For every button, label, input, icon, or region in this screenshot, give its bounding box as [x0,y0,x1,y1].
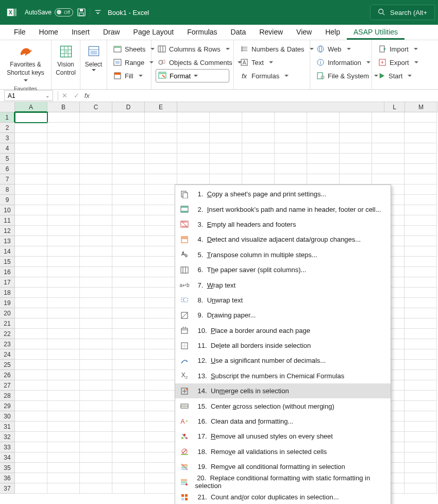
row-header[interactable]: 8 [0,184,15,195]
cell[interactable] [210,174,242,184]
row-header[interactable]: 21 [0,318,15,329]
cell[interactable] [405,123,437,133]
cell[interactable] [80,133,112,143]
menu-item-1[interactable]: 1. Copy a sheet's page and print setting… [175,187,391,201]
cell[interactable] [80,401,112,411]
cell[interactable] [177,174,210,184]
cell[interactable] [275,174,307,184]
cell[interactable] [405,288,437,298]
cell[interactable] [112,184,145,195]
cell[interactable] [112,360,145,370]
columns-rows-button[interactable]: Columns & Rows [156,42,229,56]
row-header[interactable]: 22 [0,329,15,339]
name-box[interactable]: A1 ⌄ [4,90,53,101]
cell[interactable] [307,123,340,133]
cell[interactable] [405,246,437,257]
cell[interactable] [112,215,145,226]
menu-item-11[interactable]: 11. Delete all borders inside selection [175,338,391,353]
cell[interactable] [15,452,47,463]
tab-file[interactable]: File [7,25,32,40]
cell[interactable] [47,226,80,236]
cell[interactable] [47,411,80,422]
cell[interactable] [80,370,112,380]
cell[interactable] [112,257,145,267]
menu-item-14[interactable]: 14. Unmerge cells in selection [175,383,391,398]
cell[interactable] [47,432,80,442]
cell[interactable] [340,123,372,133]
cell[interactable] [405,463,437,473]
cell[interactable] [405,422,437,432]
cell[interactable] [47,298,80,308]
cell[interactable] [340,174,372,184]
cell[interactable] [80,298,112,308]
cell[interactable] [177,112,210,123]
cell[interactable] [47,288,80,298]
menu-item-18[interactable]: 18. Remove all validations in selected c… [175,444,391,459]
cell[interactable] [405,226,437,236]
row-header[interactable]: 20 [0,308,15,318]
cell[interactable] [112,143,145,154]
menu-item-20[interactable]: 20. Replace conditional formatting with … [175,474,391,489]
column-header[interactable]: D [112,102,145,112]
menu-item-7[interactable]: a↵b 7. Wrap text [175,277,391,292]
row-header[interactable]: 11 [0,215,15,226]
cell[interactable] [47,215,80,226]
menu-item-15[interactable]: 15. Center across selection (without mer… [175,398,391,413]
cell[interactable] [15,257,47,267]
cell[interactable] [112,308,145,318]
cell[interactable] [177,164,210,174]
cell[interactable] [112,205,145,215]
cell[interactable] [47,391,80,401]
cell[interactable] [145,483,177,494]
cell[interactable] [145,133,177,143]
cell[interactable] [145,370,177,380]
cell[interactable] [112,452,145,463]
cell[interactable] [15,318,47,329]
cell[interactable] [405,215,437,226]
cell[interactable] [112,123,145,133]
row-header[interactable]: 1 [0,112,15,123]
chevron-down-icon[interactable]: ⌄ [45,93,49,98]
cell[interactable] [47,143,80,154]
cell[interactable] [405,308,437,318]
cell[interactable] [15,380,47,391]
cell[interactable] [47,329,80,339]
cell[interactable] [15,123,47,133]
cell[interactable] [145,226,177,236]
cell[interactable] [15,442,47,452]
column-header[interactable]: B [47,102,80,112]
cell[interactable] [112,473,145,483]
cell[interactable] [112,401,145,411]
cell[interactable] [47,174,80,184]
cell[interactable] [405,370,437,380]
cell[interactable] [405,339,437,349]
column-header[interactable]: L [384,102,405,112]
cell[interactable] [112,112,145,123]
cell[interactable] [80,391,112,401]
cell[interactable] [80,442,112,452]
cell[interactable] [15,112,47,123]
cell[interactable] [112,318,145,329]
cell[interactable] [47,370,80,380]
row-header[interactable]: 27 [0,380,15,391]
cell[interactable] [80,205,112,215]
formula-input[interactable] [93,91,438,101]
row-header[interactable]: 33 [0,442,15,452]
cell[interactable] [112,370,145,380]
menu-item-6[interactable]: 6. The paper saver (split columns)... [175,262,391,277]
cell[interactable] [145,360,177,370]
cell[interactable] [372,112,405,123]
cell[interactable] [340,143,372,154]
cell[interactable] [80,288,112,298]
cell[interactable] [145,174,177,184]
cell[interactable] [47,236,80,246]
column-header[interactable]: E [145,102,177,112]
cell[interactable] [47,308,80,318]
menu-item-12[interactable]: 12. Use a significant number of decimals… [175,353,391,368]
cell[interactable] [112,329,145,339]
cell[interactable] [145,329,177,339]
tab-view[interactable]: View [290,25,318,40]
cell[interactable] [405,411,437,422]
menu-item-16[interactable]: A✦ 16. Clean data and formatting... [175,414,391,429]
cell[interactable] [242,164,275,174]
